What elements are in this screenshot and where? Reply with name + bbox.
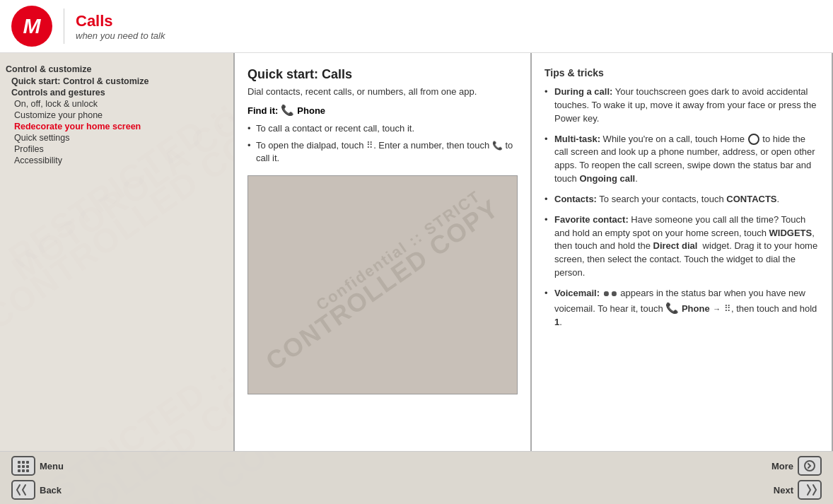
screenshot-watermark: CONTROLLED COPY [260, 193, 504, 376]
phone-label: Phone [297, 105, 325, 116]
back-button[interactable]: Back [11, 480, 62, 500]
svg-rect-5 [26, 465, 29, 468]
screenshot-watermark-2: Confidential :: STRICT [313, 187, 484, 314]
svg-rect-7 [22, 469, 25, 472]
svg-rect-4 [22, 465, 25, 468]
back-svg [16, 484, 31, 496]
svg-rect-6 [18, 469, 21, 472]
page-wrapper: M Calls when you need to talk Control & … [0, 0, 833, 504]
logo-letter: M [23, 14, 41, 38]
svg-rect-2 [26, 461, 29, 464]
sidebar-item-accessibility[interactable]: Accessibility [6, 155, 228, 166]
menu-label: Menu [40, 461, 64, 471]
svg-rect-0 [18, 461, 21, 464]
footer-top-row: Menu More [11, 456, 822, 476]
widgets-keyword: WIDGETS [769, 228, 812, 238]
tip-multitask-term: Multi-task: [554, 134, 600, 144]
directdial-keyword: Direct dial [653, 240, 698, 251]
header-divider [64, 8, 64, 44]
bullet-list: To call a contact or recent call, touch … [247, 122, 518, 165]
page-subtitle: when you need to talk [76, 30, 165, 41]
phone-icon: 📞 [281, 104, 294, 117]
next-icon [798, 480, 822, 500]
tip-voicemail-term: Voicemail: [554, 288, 600, 298]
menu-svg [16, 459, 30, 473]
footer-bar: Menu More Back [0, 451, 833, 504]
page-title: Calls [76, 12, 165, 30]
header: M Calls when you need to talk [0, 0, 833, 53]
main-intro: Dial contacts, recent calls, or numbers,… [247, 86, 518, 97]
header-title-block: Calls when you need to talk [76, 12, 165, 41]
sidebar-item-quicksettings[interactable]: Quick settings [6, 132, 228, 143]
bullet-item-2: To open the dialpad, touch ⠿. Enter a nu… [247, 139, 518, 165]
voicemail-icon: ⏺⏺ [602, 288, 618, 300]
sidebar-item-customize[interactable]: Customize your phone [6, 110, 228, 121]
sidebar-item-controls[interactable]: Controls and gestures [6, 87, 228, 98]
sidebar-item-profiles[interactable]: Profiles [6, 143, 228, 155]
tips-list: During a call: Your touchscreen goes dar… [544, 86, 819, 329]
menu-icon [11, 456, 35, 476]
svg-rect-1 [22, 461, 25, 464]
svg-rect-3 [18, 465, 21, 468]
tip-contacts: Contacts: To search your contacts, touch… [544, 193, 819, 206]
more-svg [803, 459, 817, 473]
back-icon [11, 480, 35, 500]
next-label: Next [774, 485, 793, 496]
back-label: Back [40, 485, 62, 496]
phone-call-icon: 📞 [492, 140, 503, 152]
menu-button[interactable]: Menu [11, 456, 64, 476]
phone-icon-voicemail: 📞 [665, 302, 679, 314]
footer-bottom-row: Back Next [11, 480, 822, 500]
find-it-line: Find it: 📞 Phone [247, 104, 518, 117]
one-keyword: 1 [554, 317, 559, 327]
dialpad-icon-voicemail: ⠿ [724, 303, 731, 316]
tip-during-call-term: During a call: [554, 86, 612, 97]
content-area: Quick start: Calls Dial contacts, recent… [233, 53, 833, 451]
contacts-keyword: CONTACTS [726, 194, 776, 204]
find-it-label: Find it: [247, 105, 278, 116]
tip-during-call: During a call: Your touchscreen goes dar… [544, 86, 819, 126]
phone-keyword: Phone [682, 303, 710, 314]
sidebar-item-redecorate[interactable]: Redecorate your home screen [6, 121, 228, 132]
sidebar-item-quickstart[interactable]: Quick start: Control & customize [6, 76, 228, 87]
home-circle-icon [748, 134, 759, 145]
sidebar-nav: Control & customize Quick start: Control… [6, 64, 228, 166]
screenshot-placeholder: CONTROLLED COPY Confidential :: STRICT [247, 175, 518, 394]
sidebar-item-onoff[interactable]: On, off, lock & unlock [6, 98, 228, 110]
sidebar-section-title: Control & customize [6, 64, 228, 74]
body-area: Control & customize Quick start: Control… [0, 53, 833, 451]
next-button[interactable]: Next [774, 480, 822, 500]
next-svg [802, 484, 817, 496]
ongoing-call-keyword: Ongoing call [579, 173, 635, 184]
more-label: More [771, 461, 793, 471]
svg-rect-8 [26, 469, 29, 472]
tip-voicemail: Voicemail: ⏺⏺ appears in the status bar … [544, 287, 819, 329]
tips-pane: Tips & tricks During a call: Your touchs… [532, 53, 832, 451]
tip-favorite: Favorite contact: Have someone you call … [544, 213, 819, 280]
main-pane: Quick start: Calls Dial contacts, recent… [235, 53, 532, 451]
tip-multitask: Multi-task: While you're on a call, touc… [544, 133, 819, 186]
arrow-icon: → [713, 305, 721, 313]
sidebar: Control & customize Quick start: Control… [0, 53, 233, 451]
more-icon [798, 456, 822, 476]
tip-contacts-term: Contacts: [554, 194, 597, 204]
bullet-item-1: To call a contact or recent call, touch … [247, 122, 518, 135]
motorola-logo: M [11, 6, 52, 47]
main-title: Quick start: Calls [247, 67, 518, 82]
tip-favorite-term: Favorite contact: [554, 214, 629, 225]
more-button[interactable]: More [771, 456, 822, 476]
tips-title: Tips & tricks [544, 67, 819, 78]
dialpad-icon: ⠿ [366, 139, 373, 152]
